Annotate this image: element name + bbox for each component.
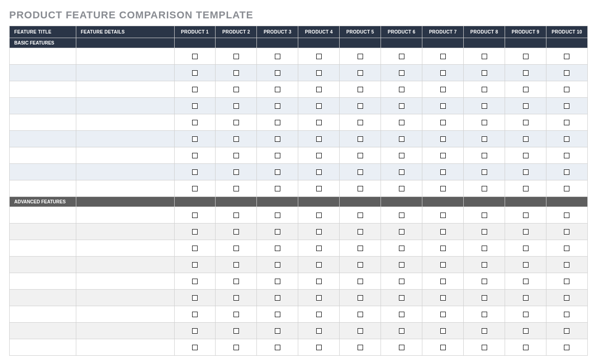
feature-details-cell[interactable] xyxy=(76,339,174,356)
checkbox-icon[interactable] xyxy=(523,70,529,76)
checkbox-icon[interactable] xyxy=(192,328,198,334)
feature-details-cell[interactable] xyxy=(76,207,174,224)
checkbox-icon[interactable] xyxy=(358,70,363,76)
checkbox-icon[interactable] xyxy=(233,345,239,350)
feature-details-cell[interactable] xyxy=(76,180,174,197)
feature-title-cell[interactable] xyxy=(10,306,76,323)
checkbox-icon[interactable] xyxy=(564,345,569,350)
checkbox-icon[interactable] xyxy=(523,262,529,268)
checkbox-icon[interactable] xyxy=(399,345,404,350)
checkbox-icon[interactable] xyxy=(399,120,404,125)
checkbox-icon[interactable] xyxy=(275,120,280,125)
checkbox-icon[interactable] xyxy=(523,136,529,142)
checkbox-icon[interactable] xyxy=(275,169,280,175)
checkbox-icon[interactable] xyxy=(440,295,446,301)
checkbox-icon[interactable] xyxy=(233,169,239,175)
checkbox-icon[interactable] xyxy=(316,54,322,59)
checkbox-icon[interactable] xyxy=(440,262,446,268)
checkbox-icon[interactable] xyxy=(275,246,280,251)
checkbox-icon[interactable] xyxy=(316,246,322,251)
checkbox-icon[interactable] xyxy=(440,229,446,235)
checkbox-icon[interactable] xyxy=(440,120,446,125)
checkbox-icon[interactable] xyxy=(399,213,404,218)
checkbox-icon[interactable] xyxy=(316,295,322,301)
checkbox-icon[interactable] xyxy=(399,279,404,284)
checkbox-icon[interactable] xyxy=(523,279,529,284)
checkbox-icon[interactable] xyxy=(482,246,487,251)
checkbox-icon[interactable] xyxy=(564,295,569,301)
checkbox-icon[interactable] xyxy=(440,345,446,350)
checkbox-icon[interactable] xyxy=(233,279,239,284)
feature-details-cell[interactable] xyxy=(76,257,174,273)
checkbox-icon[interactable] xyxy=(399,186,404,191)
checkbox-icon[interactable] xyxy=(192,295,198,301)
checkbox-icon[interactable] xyxy=(275,295,280,301)
checkbox-icon[interactable] xyxy=(358,328,363,334)
checkbox-icon[interactable] xyxy=(192,246,198,251)
checkbox-icon[interactable] xyxy=(192,54,198,59)
checkbox-icon[interactable] xyxy=(440,246,446,251)
checkbox-icon[interactable] xyxy=(482,136,487,142)
feature-title-cell[interactable] xyxy=(10,114,76,131)
feature-details-cell[interactable] xyxy=(76,323,174,339)
checkbox-icon[interactable] xyxy=(523,213,529,218)
checkbox-icon[interactable] xyxy=(399,87,404,92)
checkbox-icon[interactable] xyxy=(233,229,239,235)
checkbox-icon[interactable] xyxy=(523,328,529,334)
checkbox-icon[interactable] xyxy=(482,103,487,109)
checkbox-icon[interactable] xyxy=(275,262,280,268)
checkbox-icon[interactable] xyxy=(275,153,280,158)
checkbox-icon[interactable] xyxy=(316,279,322,284)
checkbox-icon[interactable] xyxy=(440,169,446,175)
checkbox-icon[interactable] xyxy=(482,345,487,350)
checkbox-icon[interactable] xyxy=(564,279,569,284)
checkbox-icon[interactable] xyxy=(316,169,322,175)
checkbox-icon[interactable] xyxy=(358,136,363,142)
checkbox-icon[interactable] xyxy=(482,328,487,334)
feature-title-cell[interactable] xyxy=(10,98,76,114)
checkbox-icon[interactable] xyxy=(564,186,569,191)
checkbox-icon[interactable] xyxy=(192,87,198,92)
feature-title-cell[interactable] xyxy=(10,273,76,290)
checkbox-icon[interactable] xyxy=(233,70,239,76)
feature-details-cell[interactable] xyxy=(76,81,174,98)
checkbox-icon[interactable] xyxy=(358,186,363,191)
feature-title-cell[interactable] xyxy=(10,339,76,356)
checkbox-icon[interactable] xyxy=(316,70,322,76)
checkbox-icon[interactable] xyxy=(233,295,239,301)
checkbox-icon[interactable] xyxy=(358,312,363,317)
checkbox-icon[interactable] xyxy=(564,262,569,268)
checkbox-icon[interactable] xyxy=(316,120,322,125)
checkbox-icon[interactable] xyxy=(316,328,322,334)
checkbox-icon[interactable] xyxy=(233,153,239,158)
feature-title-cell[interactable] xyxy=(10,65,76,81)
checkbox-icon[interactable] xyxy=(399,169,404,175)
checkbox-icon[interactable] xyxy=(482,229,487,235)
checkbox-icon[interactable] xyxy=(564,246,569,251)
checkbox-icon[interactable] xyxy=(523,295,529,301)
checkbox-icon[interactable] xyxy=(233,213,239,218)
checkbox-icon[interactable] xyxy=(523,153,529,158)
feature-title-cell[interactable] xyxy=(10,164,76,180)
checkbox-icon[interactable] xyxy=(358,169,363,175)
checkbox-icon[interactable] xyxy=(192,229,198,235)
checkbox-icon[interactable] xyxy=(564,54,569,59)
checkbox-icon[interactable] xyxy=(523,169,529,175)
checkbox-icon[interactable] xyxy=(564,153,569,158)
checkbox-icon[interactable] xyxy=(233,312,239,317)
checkbox-icon[interactable] xyxy=(316,229,322,235)
checkbox-icon[interactable] xyxy=(523,229,529,235)
checkbox-icon[interactable] xyxy=(316,136,322,142)
checkbox-icon[interactable] xyxy=(440,213,446,218)
checkbox-icon[interactable] xyxy=(399,246,404,251)
feature-title-cell[interactable] xyxy=(10,207,76,224)
checkbox-icon[interactable] xyxy=(564,70,569,76)
checkbox-icon[interactable] xyxy=(399,103,404,109)
feature-title-cell[interactable] xyxy=(10,290,76,306)
feature-title-cell[interactable] xyxy=(10,323,76,339)
checkbox-icon[interactable] xyxy=(564,328,569,334)
checkbox-icon[interactable] xyxy=(358,87,363,92)
checkbox-icon[interactable] xyxy=(482,279,487,284)
checkbox-icon[interactable] xyxy=(523,345,529,350)
checkbox-icon[interactable] xyxy=(233,136,239,142)
